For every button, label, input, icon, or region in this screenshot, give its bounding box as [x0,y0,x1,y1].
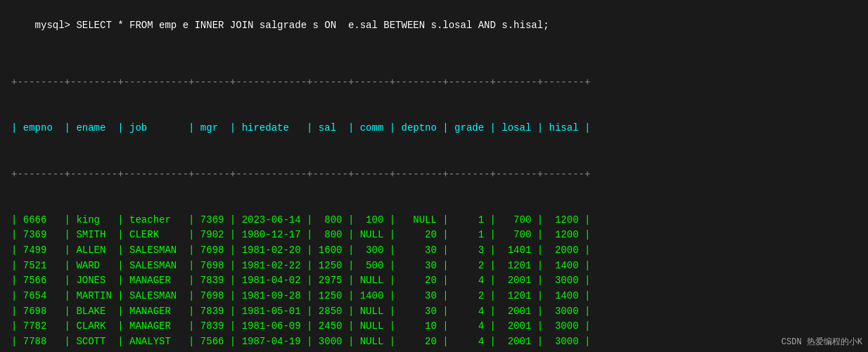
table-row: | 7654 | MARTIN | SALESMAN | 7698 | 1981… [11,289,857,304]
table-row: | 7698 | BLAKE | MANAGER | 7839 | 1981-0… [11,304,857,320]
table-rows: | 6666 | king | teacher | 7369 | 2023-06… [11,213,857,352]
border-top: +--------+--------+-----------+------+--… [11,75,857,91]
table-row: | 7499 | ALLEN | SALESMAN | 7698 | 1981-… [11,243,857,259]
prompt: mysql> SELECT * FROM emp e INNER JOIN sa… [35,20,549,31]
table-output: +--------+--------+-----------+------+--… [11,45,857,352]
border-mid: +--------+--------+-----------+------+--… [11,167,857,183]
table-header: | empno | ename | job | mgr | hiredate |… [11,121,857,136]
watermark: CSDN 热爱编程的小K [781,336,862,348]
table-row: | 6666 | king | teacher | 7369 | 2023-06… [11,213,857,228]
command-line: mysql> SELECT * FROM emp e INNER JOIN sa… [11,8,857,42]
table-row: | 7782 | CLARK | MANAGER | 7839 | 1981-0… [11,319,857,334]
table-row: | 7521 | WARD | SALESMAN | 7698 | 1981-0… [11,259,857,274]
table-row: | 7788 | SCOTT | ANALYST | 7566 | 1987-0… [11,334,857,350]
table-row: | 7566 | JONES | MANAGER | 7839 | 1981-0… [11,273,857,289]
terminal-window: mysql> SELECT * FROM emp e INNER JOIN sa… [6,6,862,352]
table-row: | 7369 | SMITH | CLERK | 7902 | 1980-12-… [11,228,857,243]
